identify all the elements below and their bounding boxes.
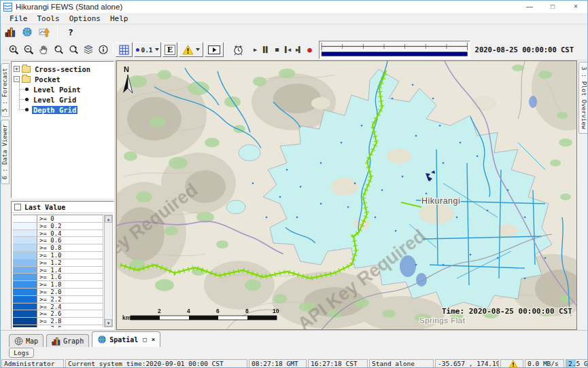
contour-interval-select[interactable]: 0.1 bbox=[134, 42, 161, 57]
legend-row[interactable]: >= 2.6 bbox=[13, 310, 103, 318]
step-forward-button[interactable]: ▶▌ bbox=[293, 42, 304, 57]
legend-swatch bbox=[13, 230, 37, 237]
legend-row[interactable]: >= 1.8 bbox=[13, 281, 103, 289]
warning-icon bbox=[182, 45, 194, 55]
time-settings-icon[interactable] bbox=[230, 42, 245, 57]
tab-map[interactable]: Map bbox=[9, 334, 44, 347]
legend-row[interactable]: >= 0.8 bbox=[13, 244, 103, 252]
legend-title: Last Value bbox=[24, 204, 65, 211]
pause-button[interactable]: ▌▌ bbox=[260, 42, 271, 57]
legend-row[interactable]: >= 1.4 bbox=[13, 267, 103, 274]
tab-maximize-icon[interactable]: □ bbox=[143, 336, 146, 343]
legend-value: >= 2.8 bbox=[37, 318, 103, 325]
tab-data-viewer[interactable]: 6 : Data Viewer bbox=[1, 119, 10, 184]
elevation-button[interactable]: E bbox=[162, 42, 177, 57]
tree-node-pocket[interactable]: - Pocket bbox=[14, 74, 114, 84]
import-data-icon[interactable] bbox=[38, 26, 50, 38]
status-warning[interactable] bbox=[500, 359, 523, 368]
play-button[interactable]: ▶ bbox=[249, 42, 260, 57]
tree-node-level-point[interactable]: Level Point bbox=[14, 84, 114, 94]
layers-icon[interactable] bbox=[81, 42, 96, 57]
warning-threshold-dropdown[interactable] bbox=[179, 42, 203, 57]
tree-node-label: Level Grid bbox=[32, 96, 77, 104]
data-explorer-icon[interactable] bbox=[4, 26, 16, 38]
tab-close-icon[interactable]: × bbox=[152, 336, 155, 343]
tab-plot-overview[interactable]: 3 : Plot Overview bbox=[578, 62, 588, 134]
help-button[interactable]: ? bbox=[65, 26, 77, 38]
logs-row: Logs bbox=[1, 347, 587, 358]
timeline-current-time: 2020-08-25 00:00:00 CST bbox=[475, 45, 574, 54]
legend-value: >= 1.0 bbox=[37, 252, 103, 259]
svg-text:2: 2 bbox=[158, 308, 161, 314]
legend-row[interactable]: >= 3.0 bbox=[13, 325, 103, 327]
place-label: Springs Flat bbox=[419, 316, 466, 325]
menu-item-options[interactable]: Options bbox=[65, 14, 105, 23]
interval-value: 0.1 bbox=[141, 46, 152, 54]
bullet-icon bbox=[25, 98, 29, 101]
layer-tree: + Cross-section - Pocket Level Point Lev… bbox=[11, 61, 114, 198]
legend-row[interactable]: >= 2.2 bbox=[13, 296, 103, 303]
main-toolbar: ? bbox=[1, 24, 587, 39]
map-viewport[interactable]: API Key Required API Key Required N Hiku… bbox=[116, 60, 577, 330]
legend-value: >= 2.2 bbox=[37, 296, 103, 303]
step-back-button[interactable]: ▌◀ bbox=[282, 42, 293, 57]
animation-button[interactable] bbox=[205, 42, 224, 57]
legend-row[interactable]: >= 1.0 bbox=[13, 252, 103, 259]
tab-forecast[interactable]: 5 : Forecast bbox=[1, 63, 10, 117]
legend-row[interactable]: >= 2.0 bbox=[13, 289, 103, 296]
maximize-button[interactable]: □ bbox=[541, 1, 564, 13]
grid-display-button[interactable] bbox=[116, 42, 133, 57]
map-canvas: API Key Required API Key Required N Hiku… bbox=[117, 61, 577, 330]
bullet-icon bbox=[25, 108, 29, 111]
status-mode: Stand alone bbox=[369, 359, 434, 368]
last-value-checkbox[interactable] bbox=[14, 204, 21, 210]
tab-label: Graph bbox=[63, 337, 84, 345]
status-bar: AdministratorCurrent system time:2020-09… bbox=[1, 358, 587, 368]
legend-row[interactable]: >= 0 bbox=[13, 215, 103, 223]
tree-node-level-grid[interactable]: Level Grid bbox=[14, 94, 114, 105]
globe-icon bbox=[97, 335, 107, 344]
menu-item-help[interactable]: Help bbox=[105, 14, 133, 23]
tree-node-cross-section[interactable]: + Cross-section bbox=[14, 64, 114, 74]
status-user: Administrator bbox=[1, 359, 64, 368]
scroll-down-icon[interactable]: ▼ bbox=[105, 319, 112, 327]
zoom-out-icon[interactable] bbox=[21, 42, 36, 57]
timeline-slider[interactable] bbox=[319, 41, 470, 59]
pan-hand-icon[interactable] bbox=[36, 42, 51, 57]
zoom-in-icon[interactable] bbox=[6, 42, 21, 57]
info-icon[interactable] bbox=[96, 42, 111, 57]
legend-scrollbar[interactable]: ▲ ▼ bbox=[104, 215, 113, 327]
zoom-next-icon[interactable] bbox=[66, 42, 81, 57]
status-mode-text: Stand alone bbox=[372, 360, 415, 368]
legend-row[interactable]: >= 2.8 bbox=[13, 318, 103, 325]
spatial-display-icon[interactable] bbox=[21, 26, 33, 38]
status-gmt-time-text: 08:27:18 GMT bbox=[252, 360, 298, 368]
legend-value: >= 0 bbox=[37, 215, 103, 222]
legend-row[interactable]: >= 1.6 bbox=[13, 274, 103, 281]
logs-button[interactable]: Logs bbox=[9, 348, 34, 358]
menu-bar: FileToolsOptionsHelp bbox=[1, 13, 587, 24]
close-button[interactable]: × bbox=[564, 1, 587, 13]
legend-value: >= 0.2 bbox=[37, 223, 103, 229]
legend-row[interactable]: >= 1.2 bbox=[13, 259, 103, 267]
legend-row[interactable]: >= 2.4 bbox=[13, 303, 103, 311]
legend-value: >= 1.8 bbox=[37, 281, 103, 288]
zoom-previous-icon[interactable] bbox=[51, 42, 66, 57]
tab-graph[interactable]: Graph bbox=[46, 334, 89, 347]
expand-toggle[interactable]: + bbox=[14, 66, 20, 72]
tree-node-label: Level Point bbox=[32, 86, 82, 94]
legend-swatch bbox=[13, 215, 37, 222]
tab-spatial[interactable]: Spatial □ × bbox=[92, 331, 160, 347]
legend-row[interactable]: >= 0.2 bbox=[13, 223, 103, 230]
menu-item-file[interactable]: File bbox=[5, 14, 33, 23]
stop-button[interactable]: ■ bbox=[271, 42, 282, 57]
minimize-button[interactable]: — bbox=[518, 1, 541, 13]
status-user-text: Administrator bbox=[4, 360, 54, 368]
record-button[interactable]: ● bbox=[304, 42, 315, 57]
legend-row[interactable]: >= 0.6 bbox=[13, 237, 103, 244]
menu-item-tools[interactable]: Tools bbox=[33, 14, 65, 23]
left-tab-strip: 5 : Forecast 6 : Data Viewer bbox=[1, 60, 10, 330]
legend-row[interactable]: >= 0.4 bbox=[13, 230, 103, 238]
tree-node-depth-grid[interactable]: Depth Grid bbox=[14, 105, 114, 115]
scroll-up-icon[interactable]: ▲ bbox=[105, 215, 112, 223]
